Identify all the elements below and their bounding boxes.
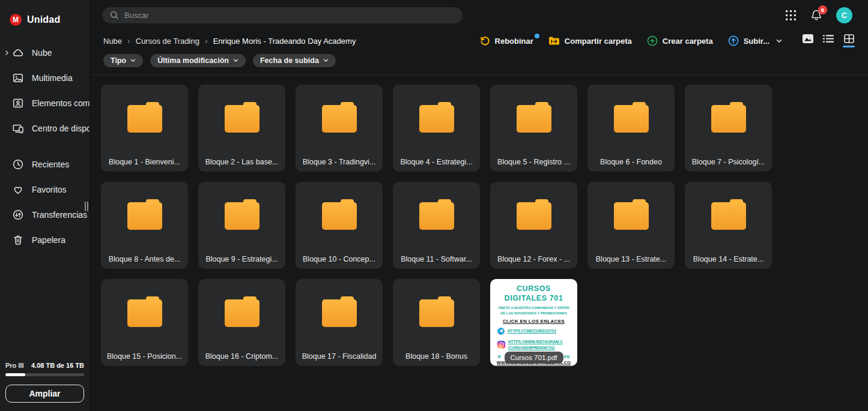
folder-tile[interactable]: Bloque 10 - Concep... [296,182,383,269]
breadcrumb-item-nube[interactable]: Nube [103,37,122,46]
instagram-icon [497,341,505,349]
upgrade-button[interactable]: Ampliar [5,385,84,403]
search-bar[interactable] [102,7,463,23]
folder-tile[interactable]: Bloque 1 - Bienveni... [101,85,188,172]
new-feature-dot [535,34,539,38]
sidebar-item-label: Multimedia [32,73,73,83]
folder-tile[interactable]: Bloque 12 - Forex - ... [490,182,577,269]
sidebar-resize-handle[interactable] [85,202,88,211]
apps-grid-icon [785,10,797,21]
folder-name: Bloque 14 - Estrate... [690,255,767,263]
brand-logo[interactable]: M Unidad [0,0,90,37]
notification-badge: 6 [818,5,827,14]
notifications-button[interactable]: 6 [810,9,822,22]
toolbar: Rebobinar Compartir carpeta Crear carpet… [480,34,855,48]
share-folder-button[interactable]: Compartir carpeta [548,36,632,46]
folder-tile[interactable]: Bloque 16 - Criptom... [198,279,285,366]
sidebar-item-multimedia[interactable]: Multimedia [0,65,90,91]
sidebar-item-label: Elementos comp [32,98,90,108]
grid-view-icon [844,34,854,43]
folder-name: Bloque 16 - Criptom... [203,352,281,361]
breadcrumb-item-cursos[interactable]: Cursos de Trading [136,37,199,46]
folder-name: Bloque 9 - Estrategi... [203,255,281,263]
mega-logo-icon: M [10,14,22,26]
breadcrumb: Nube › Cursos de Trading › Enrique Moris… [103,37,356,46]
storage-progress-bar [5,373,84,376]
rewind-button[interactable]: Rebobinar [480,36,533,46]
sidebar-item-elementos-compartidos[interactable]: Elementos comp [0,91,90,116]
topbar: 6 C [90,0,868,30]
create-folder-label: Crear carpeta [663,37,713,46]
pdf-telegram-row: HTTPS://T.ME/CURSOS701 [497,328,577,335]
media-view-button[interactable] [802,34,814,48]
media-icon [12,72,24,84]
sidebar-item-papelera[interactable]: Papelera [0,227,90,253]
folder-name: Bloque 5 - Registro ... [495,158,572,166]
avatar[interactable]: C [836,7,852,23]
folder-tile[interactable]: Bloque 9 - Estrategi... [198,182,285,269]
upload-button[interactable]: Subir... [728,35,782,46]
device-centre-icon [12,122,24,134]
folder-tile[interactable]: Bloque 8 - Antes de... [101,182,188,269]
folder-icon [225,105,259,133]
folder-icon [419,105,454,133]
folder-tile[interactable]: Bloque 18 - Bonus [393,279,480,366]
clock-icon [12,158,24,170]
apps-grid-button[interactable] [785,10,797,21]
sidebar-item-label: Transferencias [32,210,87,220]
folder-icon [127,299,162,327]
folder-tile[interactable]: Bloque 7 - Psicologí... [685,85,772,172]
sidebar-item-transferencias[interactable]: Transferencias [0,202,90,227]
list-view-button[interactable] [822,34,834,47]
filter-chip-fecha-subida[interactable]: Fecha de subida [253,54,336,67]
sidebar-item-nube[interactable]: Nube [0,40,90,65]
folder-tile[interactable]: Bloque 3 - Tradingvi... [296,85,383,172]
folder-tile[interactable]: Bloque 2 - Las base... [198,85,285,172]
folder-tile[interactable]: Bloque 6 - Fondeo [587,85,675,172]
folder-icon [225,299,259,327]
filters-row: Tipo Última modificación Fecha de subida [90,52,868,70]
folder-icon [517,202,551,230]
trash-icon [12,234,24,246]
pdf-instagram-link: HTTPS://WWW.INSTAGRAM.C /CURSOSEMPRENDE7… [508,339,563,352]
folder-tile[interactable]: Bloque 14 - Estrate... [685,182,772,269]
app-name: Unidad [27,14,60,25]
plan-label: Pro III [5,362,24,369]
filter-label: Fecha de subida [260,56,319,65]
folder-tile[interactable]: Bloque 13 - Estrate... [587,182,675,269]
folder-name: Bloque 13 - Estrate... [592,255,670,263]
filter-chip-ultima-modificacion[interactable]: Última modificación [150,54,246,67]
chevron-right-icon[interactable] [4,50,10,56]
pdf-preview-title: CURSOS DIGITALES 701 [490,284,577,304]
folder-icon [614,202,649,230]
media-view-icon [802,34,814,44]
folder-tile[interactable]: Bloque 5 - Registro ... [490,85,577,172]
sidebar-item-recientes[interactable]: Recientes [0,152,90,177]
folder-icon [322,299,357,327]
create-folder-button[interactable]: Crear carpeta [647,35,713,46]
pdf-telegram-link: HTTPS://T.ME/CURSOS701 [508,328,556,334]
sidebar-item-label: Nube [32,48,52,58]
folder-tile[interactable]: Bloque 11 - Softwar... [393,182,480,269]
pdf-filename-badge: Cursos 701.pdf [505,352,563,364]
shared-items-icon [12,97,24,109]
main-area: 6 C Nube › Cursos de Trading › Enrique M… [90,0,868,411]
pdf-file-tile[interactable]: CURSOS DIGITALES 701 ÚNETE A NUESTRA COM… [490,279,577,366]
folder-tile[interactable]: Bloque 4 - Estrategi... [393,85,480,172]
sidebar-nav: Nube Multimedia Elementos comp Centro de… [0,40,90,253]
folder-tile[interactable]: Bloque 15 - Posicion... [101,279,188,366]
folder-icon [517,105,551,133]
sidebar-item-centro-dispositivos[interactable]: Centro de dispo [0,116,90,141]
breadcrumb-separator-icon: › [127,37,130,45]
folder-tile[interactable]: Bloque 17 - Fiscalidad [296,279,383,366]
sidebar-item-favoritos[interactable]: Favoritos [0,177,90,202]
view-toggle-group [802,34,855,48]
folder-icon [322,202,357,230]
folder-icon [711,105,746,133]
filter-chip-tipo[interactable]: Tipo [103,54,143,67]
chevron-down-icon [776,39,782,43]
sidebar-item-label: Centro de dispo [32,124,90,133]
search-input[interactable] [124,11,455,20]
folder-name: Bloque 12 - Forex - ... [495,255,572,263]
grid-view-button[interactable] [843,34,855,47]
